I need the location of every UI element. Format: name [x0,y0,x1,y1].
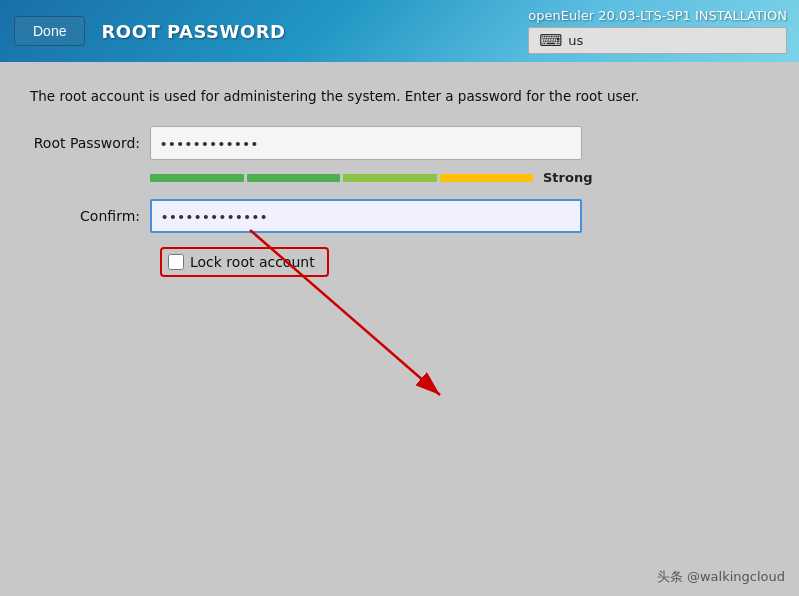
strength-seg-2 [247,174,341,182]
header: Done ROOT PASSWORD openEuler 20.03-LTS-S… [0,0,799,62]
lock-account-label[interactable]: Lock root account [190,254,315,270]
lock-account-highlight: Lock root account [160,247,329,277]
keyboard-lang: us [568,33,583,48]
confirm-label: Confirm: [30,208,150,224]
keyboard-indicator[interactable]: ⌨ us [528,27,787,54]
lock-account-checkbox[interactable] [168,254,184,270]
root-password-input[interactable] [150,126,582,160]
strength-seg-4 [440,174,534,182]
page-title: ROOT PASSWORD [101,21,285,42]
lock-account-row: Lock root account [160,247,769,277]
watermark: 头条 @walkingcloud [657,568,785,586]
strength-label: Strong [543,170,592,185]
root-password-label: Root Password: [30,135,150,151]
strength-bar [150,174,533,182]
strength-row: Strong [150,170,769,185]
root-password-row: Root Password: [30,126,769,160]
strength-seg-3 [343,174,437,182]
strength-seg-1 [150,174,244,182]
done-button[interactable]: Done [14,16,85,46]
distro-label: openEuler 20.03-LTS-SP1 INSTALLATION [528,0,799,23]
confirm-input[interactable] [150,199,582,233]
keyboard-icon: ⌨ [539,31,562,50]
main-content: The root account is used for administeri… [0,62,799,297]
header-right: openEuler 20.03-LTS-SP1 INSTALLATION ⌨ u… [528,0,799,62]
confirm-row: Confirm: [30,199,769,233]
description-text: The root account is used for administeri… [30,86,769,106]
